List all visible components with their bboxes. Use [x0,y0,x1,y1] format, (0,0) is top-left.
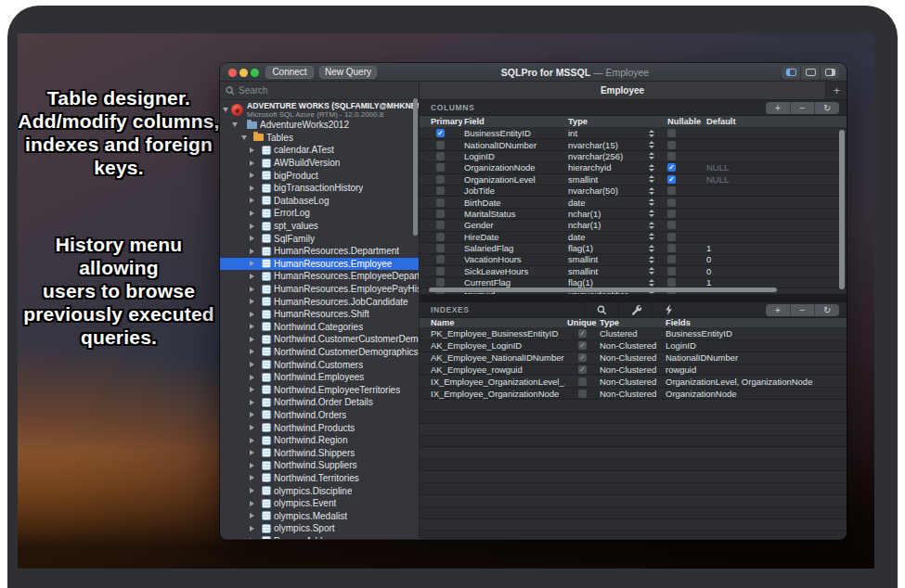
type-value[interactable]: smallint [568,266,649,276]
nullable-checkbox[interactable] [667,198,676,207]
disclosure-right-icon[interactable] [250,362,254,367]
disclosure-right-icon[interactable] [250,463,254,468]
disclosure-right-icon[interactable] [250,425,254,430]
disclosure-right-icon[interactable] [250,160,254,166]
disclosure-right-icon[interactable] [250,224,254,229]
disclosure-right-icon[interactable] [250,324,254,329]
add-tab-button[interactable]: + [827,82,847,99]
type-value[interactable]: flag(1) [568,277,649,288]
primary-checkbox[interactable] [436,267,445,275]
add-column-button[interactable]: + [766,102,790,114]
disclosure-right-icon[interactable] [250,501,254,506]
sidebar-item-northwind-order-details[interactable]: Northwind.Order Details [220,396,419,409]
disclosure-right-icon[interactable] [250,274,254,279]
toggle-bottom-panel-button[interactable] [800,66,820,79]
column-row[interactable]: OrganizationLevelsmallintNULL [420,174,847,185]
disclosure-right-icon[interactable] [250,375,254,380]
sidebar-item-northwind-employeeterritories[interactable]: Northwind.EmployeeTerritories [220,383,419,396]
toggle-sidebar-button[interactable] [782,66,800,79]
disclosure-right-icon[interactable] [250,526,254,531]
sidebar-item-northwind-territories[interactable]: Northwind.Territories [220,472,419,485]
sidebar-item-olympics-sport[interactable]: olympics.Sport [220,522,419,535]
index-row[interactable]: IX_Employee_OrganizationNodeNon-Clustere… [420,388,847,400]
type-value[interactable]: smallint [568,174,649,185]
add-index-button[interactable]: + [766,304,790,316]
disclosure-right-icon[interactable] [250,236,254,241]
minimize-button[interactable] [239,69,248,77]
nullable-checkbox[interactable] [667,175,676,184]
disclosure-right-icon[interactable] [250,312,254,317]
disclosure-right-icon[interactable] [250,412,254,417]
nullable-checkbox[interactable] [667,233,676,241]
type-stepper[interactable] [649,164,654,172]
type-stepper[interactable] [649,175,654,183]
tab-employee[interactable]: Employee [420,82,826,99]
disclosure-right-icon[interactable] [250,185,254,191]
nullable-checkbox[interactable] [667,210,676,218]
disclosure-right-icon[interactable] [250,147,254,153]
index-row[interactable]: AK_Employee_LoginIDNon-ClusteredLoginID [420,340,847,352]
primary-checkbox[interactable] [436,163,445,172]
sidebar-item-northwind-customerdemographics[interactable]: Northwind.CustomerDemographics [220,346,419,359]
unique-checkbox[interactable] [578,329,587,338]
sidebar-item-databaselog[interactable]: DatabaseLog [220,195,419,208]
sidebar-scrollbar[interactable] [413,98,418,236]
unique-checkbox[interactable] [578,341,587,350]
nullable-checkbox[interactable] [667,141,676,149]
nullable-checkbox[interactable] [667,129,676,137]
primary-checkbox[interactable] [436,141,445,149]
refresh-indexes-button[interactable]: ↻ [814,304,839,316]
type-stepper[interactable] [649,187,654,195]
sidebar-item-spt-values[interactable]: spt_values [220,220,419,233]
sidebar-item-northwind-suppliers[interactable]: Northwind.Suppliers [220,459,419,472]
unique-checkbox[interactable] [578,365,587,374]
default-cell[interactable]: 1 [705,243,847,253]
panel-divider[interactable] [420,294,847,301]
disclosure-right-icon[interactable] [250,438,254,443]
disclosure-right-icon[interactable] [250,513,254,518]
type-value[interactable]: nchar(1) [568,220,649,230]
disclosure-right-icon[interactable] [250,475,254,480]
filter-indexes-button[interactable] [585,302,618,317]
default-cell[interactable]: NULL [705,162,847,173]
disclosure-down-icon[interactable] [241,135,247,140]
index-tools-button[interactable] [618,302,652,317]
sidebar-item-northwind-products[interactable]: Northwind.Products [220,421,419,434]
remove-column-button[interactable]: − [790,102,815,114]
primary-checkbox[interactable] [436,175,445,184]
unique-checkbox[interactable] [578,390,587,398]
type-value[interactable]: date [568,232,649,242]
primary-checkbox[interactable] [436,255,445,263]
type-value[interactable]: hierarchyid [568,162,649,173]
type-value[interactable]: smallint [568,254,649,264]
default-cell[interactable]: 0 [705,266,847,276]
sidebar-item-person-address[interactable]: Person.Address [220,535,419,539]
type-stepper[interactable] [649,210,654,217]
primary-checkbox[interactable] [436,186,445,195]
column-row[interactable]: HireDatedate [420,232,847,243]
type-value[interactable]: nchar(1) [568,209,649,219]
sidebar-item-northwind-employees[interactable]: Northwind.Employees [220,371,419,384]
column-row[interactable]: Gendernchar(1) [420,220,847,231]
sidebar-item-northwind-orders[interactable]: Northwind.Orders [220,409,419,422]
column-row[interactable]: MaritalStatusnchar(1) [420,209,847,220]
type-value[interactable]: flag(1) [568,243,649,253]
unique-checkbox[interactable] [578,353,587,362]
sidebar-item-humanresources-employeepayhistory[interactable]: HumanResources.EmployeePayHistory [220,283,419,296]
disclosure-right-icon[interactable] [250,488,254,493]
type-stepper[interactable] [649,233,654,240]
primary-checkbox[interactable] [436,278,445,287]
primary-checkbox[interactable] [436,129,445,137]
close-button[interactable] [228,69,237,77]
disclosure-right-icon[interactable] [250,249,254,254]
nullable-checkbox[interactable] [667,278,676,287]
nullable-checkbox[interactable] [667,244,676,252]
new-query-button[interactable]: New Query [319,66,377,79]
disclosure-right-icon[interactable] [250,299,254,304]
type-value[interactable]: nvarchar(50) [568,185,649,196]
zoom-button[interactable] [251,69,259,77]
disclosure-right-icon[interactable] [250,337,254,342]
primary-checkbox[interactable] [436,233,445,241]
columns-vertical-scrollbar[interactable] [839,130,845,289]
default-cell[interactable]: 1 [705,277,847,288]
